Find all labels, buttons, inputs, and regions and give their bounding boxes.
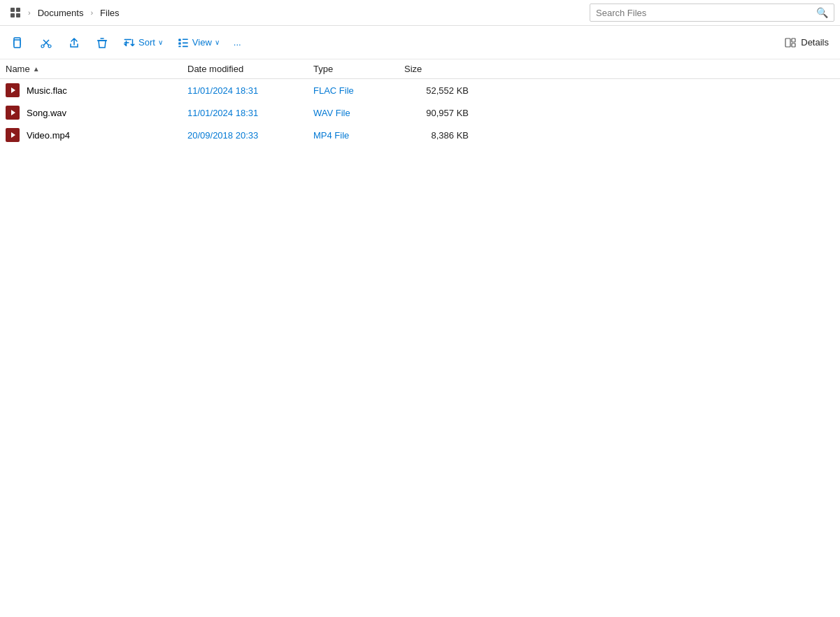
svg-rect-2 xyxy=(10,13,15,17)
search-bar[interactable]: 🔍 xyxy=(590,3,834,22)
sort-label: Sort xyxy=(138,37,155,48)
file-list-header: Name ▲ Date modified Type Size xyxy=(0,59,840,79)
breadcrumb-sep-1: › xyxy=(28,8,31,17)
titlebar: › Documents › Files 🔍 xyxy=(0,0,840,26)
svg-rect-16 xyxy=(792,43,795,47)
file-list: Music.flac 11/01/2024 18:31 FLAC File 52… xyxy=(0,79,840,146)
svg-rect-9 xyxy=(183,38,188,40)
file-icon xyxy=(6,106,20,120)
file-name: Song.wav xyxy=(6,106,187,120)
svg-rect-10 xyxy=(178,42,180,44)
svg-rect-8 xyxy=(178,38,180,41)
sort-chevron: ∨ xyxy=(158,38,163,46)
view-chevron: ∨ xyxy=(215,38,220,46)
view-button[interactable]: View ∨ xyxy=(171,33,225,52)
svg-point-7 xyxy=(48,45,51,48)
svg-rect-3 xyxy=(16,13,20,17)
name-sort-arrow: ▲ xyxy=(33,65,40,73)
breadcrumb-sep-2: › xyxy=(90,8,93,17)
file-type: FLAC File xyxy=(313,85,404,96)
system-icon[interactable] xyxy=(6,3,25,22)
file-date: 11/01/2024 18:31 xyxy=(187,108,313,118)
file-type: WAV File xyxy=(313,108,404,118)
col-header-size[interactable]: Size xyxy=(404,64,474,74)
svg-rect-14 xyxy=(785,38,790,47)
file-size: 52,552 KB xyxy=(404,85,474,96)
col-header-date[interactable]: Date modified xyxy=(187,64,313,74)
svg-rect-13 xyxy=(183,45,188,47)
file-icon xyxy=(6,128,20,142)
share-button[interactable] xyxy=(62,30,87,55)
details-button[interactable]: Details xyxy=(778,33,834,52)
table-row[interactable]: Music.flac 11/01/2024 18:31 FLAC File 52… xyxy=(0,79,840,101)
breadcrumb-files[interactable]: Files xyxy=(96,6,123,20)
svg-point-6 xyxy=(41,45,44,48)
svg-rect-0 xyxy=(10,8,15,12)
file-icon xyxy=(6,83,20,97)
file-size: 90,957 KB xyxy=(404,108,474,118)
col-header-name[interactable]: Name ▲ xyxy=(6,64,187,74)
delete-button[interactable] xyxy=(90,30,115,55)
svg-rect-1 xyxy=(16,8,20,12)
details-label: Details xyxy=(801,37,829,48)
svg-rect-5 xyxy=(14,40,20,48)
svg-rect-12 xyxy=(178,45,180,47)
view-label: View xyxy=(192,37,212,48)
breadcrumb-area: › Documents › Files xyxy=(6,3,587,22)
search-input[interactable] xyxy=(596,8,813,18)
cut-button[interactable] xyxy=(34,30,59,55)
new-button[interactable] xyxy=(6,30,31,55)
breadcrumb-documents[interactable]: Documents xyxy=(34,6,88,20)
svg-rect-15 xyxy=(792,38,795,42)
svg-rect-11 xyxy=(183,42,188,43)
file-date: 20/09/2018 20:33 xyxy=(187,130,313,141)
more-button[interactable]: ... xyxy=(228,34,247,51)
file-name: Music.flac xyxy=(6,83,187,97)
file-name: Video.mp4 xyxy=(6,128,187,142)
table-row[interactable]: Video.mp4 20/09/2018 20:33 MP4 File 8,38… xyxy=(0,124,840,146)
col-header-type[interactable]: Type xyxy=(313,64,404,74)
file-date: 11/01/2024 18:31 xyxy=(187,85,313,96)
file-type: MP4 File xyxy=(313,130,404,141)
search-icon: 🔍 xyxy=(816,7,828,18)
table-row[interactable]: Song.wav 11/01/2024 18:31 WAV File 90,95… xyxy=(0,101,840,124)
sort-button[interactable]: Sort ∨ xyxy=(118,33,169,52)
more-label: ... xyxy=(234,37,241,48)
toolbar: Sort ∨ View ∨ ... Details xyxy=(0,26,840,59)
file-size: 8,386 KB xyxy=(404,130,474,141)
